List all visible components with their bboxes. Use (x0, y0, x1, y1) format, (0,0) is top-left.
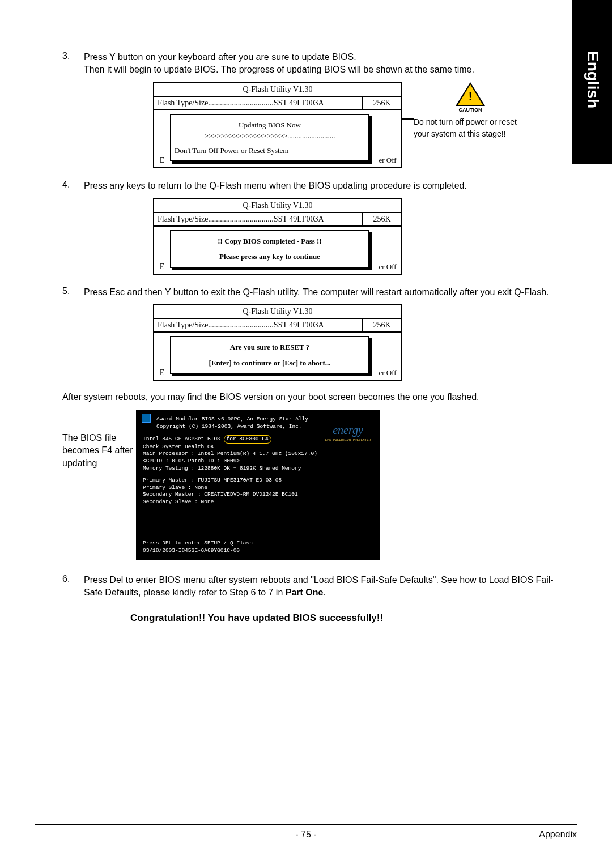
flash-size-text: 256K (362, 97, 401, 109)
bios-line-3: Main Processor : Intel Pentium(R) 4 1.7 … (143, 450, 317, 457)
part-one-bold: Part One (286, 588, 324, 597)
step-number: 5. (62, 286, 84, 299)
language-tab: English (572, 0, 612, 164)
footer-section: Appendix (539, 829, 577, 840)
flash-size-text: 256K (362, 319, 401, 331)
warning-line: Don't Turn Off Power or Reset System (175, 145, 365, 156)
step-3: 3. Press Y button on your keyboard after… (62, 51, 561, 76)
step-6: 6. Press Del to enter BIOS menu after sy… (62, 574, 561, 599)
qflash-flash-row: Flash Type/Size.........................… (154, 213, 401, 227)
qflash-off-label: er Off (374, 227, 401, 274)
step-3-line1: Press Y button on your keyboard after yo… (84, 52, 356, 62)
qflash-off-label: er Off (374, 333, 401, 380)
enter-esc-line: [Enter] to continure or [Esc] to abort..… (175, 358, 365, 369)
bios-bottom-2: 03/18/2003-I845GE-6A69YG01C-00 (143, 547, 240, 554)
caution-label: CAUTION (414, 107, 527, 113)
reset-question-line: Are you sure to RESET ? (175, 342, 365, 353)
qflash-title: Q-Flash Utility V1.30 (154, 199, 401, 213)
page-number: - 75 - (295, 829, 316, 840)
page-footer: - 75 - Appendix (35, 824, 577, 840)
qflash-flash-row: Flash Type/Size.........................… (154, 319, 401, 333)
energy-text: energy (324, 423, 372, 438)
caution-text: Do not turn off power or reset your syst… (414, 116, 527, 140)
qflash-body: E Updating BIOS Now >>>>>>>>>>>>>>>>>>>>… (154, 110, 401, 168)
qflash-body: E Are you sure to RESET ? [Enter] to con… (154, 333, 401, 380)
qflash-box-2: Q-Flash Utility V1.30 Flash Type/Size...… (153, 198, 402, 275)
qflash-box-3: Q-Flash Utility V1.30 Flash Type/Size...… (153, 304, 402, 381)
updating-line: Updating BIOS Now (175, 120, 365, 131)
step-text: Press Del to enter BIOS menu after syste… (84, 574, 561, 599)
caution-box: ! CAUTION Do not turn off power or reset… (414, 82, 527, 140)
step-5: 5. Press Esc and then Y button to exit t… (62, 286, 561, 299)
caution-icon: ! (456, 82, 485, 106)
step-text: Press Y button on your keyboard after yo… (84, 51, 561, 76)
bios-line-6: Primary Master : FUJITSU MPE3170AT ED-03… (143, 477, 282, 483)
bios-line-2: Check System Health OK (143, 444, 214, 450)
bios-note-text: The BIOS file becomes F4 after updating (62, 410, 136, 470)
bios-screenshot-wrap: The BIOS file becomes F4 after updating … (62, 410, 561, 560)
flash-type-text: Flash Type/Size.........................… (154, 319, 362, 331)
qflash-e-label: E (154, 227, 170, 274)
step3-figure-wrap: Q-Flash Utility V1.30 Flash Type/Size...… (62, 82, 561, 169)
step-text: Press Esc and then Y button to exit the … (84, 286, 561, 299)
step-number: 4. (62, 180, 84, 192)
qflash-off-label: er Off (374, 110, 401, 168)
qflash-body: E !! Copy BIOS completed - Pass !! Pleas… (154, 227, 401, 274)
page-content: 3. Press Y button on your keyboard after… (62, 51, 561, 624)
bios-line-4: <CPUID : 0F0A Patch ID : 0009> (143, 458, 240, 464)
progress-line: >>>>>>>>>>>>>>>>>>>>....................… (175, 130, 365, 142)
qflash-e-label: E (154, 110, 170, 168)
bios-line-5: Memory Testing : 122880K OK + 8192K Shar… (143, 465, 301, 471)
bios-line-7: Primary Slave : None (143, 484, 207, 491)
flash-type-text: Flash Type/Size.........................… (154, 213, 362, 225)
energy-sub-text: EPA POLLUTION PREVENTER (324, 438, 372, 442)
bios-block-2: Primary Master : FUJITSU MPE3170AT ED-03… (143, 477, 374, 506)
qflash-inner-3: Are you sure to RESET ? [Enter] to conti… (170, 336, 369, 374)
step-3-line2: Then it will begin to update BIOS. The p… (84, 65, 474, 74)
qflash-box-1: Q-Flash Utility V1.30 Flash Type/Size...… (153, 82, 402, 169)
bios-version-highlight: for 8GE800 F4 (224, 435, 271, 444)
qflash-inner-2: !! Copy BIOS completed - Pass !! Please … (170, 230, 369, 268)
step-text: Press any keys to return to the Q-Flash … (84, 180, 561, 192)
step-4: 4. Press any keys to return to the Q-Fla… (62, 180, 561, 192)
energy-star-logo: energy EPA POLLUTION PREVENTER (324, 423, 372, 442)
flash-size-text: 256K (362, 213, 401, 225)
bios-line-8: Secondary Master : CREATIVEDVD-RM DVD124… (143, 491, 298, 497)
congratulations-text: Congratulation!! You have updated BIOS s… (130, 612, 561, 624)
bios-line-9: Secondary Slave : None (143, 499, 214, 505)
qflash-title: Q-Flash Utility V1.30 (154, 83, 401, 97)
copy-complete-line: !! Copy BIOS completed - Pass !! (175, 236, 365, 247)
qflash-title: Q-Flash Utility V1.30 (154, 305, 401, 319)
bios-boot-screen: Award Modular BIOS v6.00PG, An Energy St… (136, 410, 380, 560)
bios-bottom: Press DEL to enter SETUP / Q-Flash 03/18… (143, 540, 374, 555)
bios-bottom-1: Press DEL to enter SETUP / Q-Flash (143, 540, 253, 546)
after-reboot-text: After system reboots, you may find the B… (62, 392, 561, 402)
flash-type-text: Flash Type/Size.........................… (154, 97, 362, 109)
award-logo-icon (142, 414, 151, 423)
qflash-flash-row: Flash Type/Size.........................… (154, 97, 401, 110)
step-number: 6. (62, 574, 84, 599)
press-key-line: Please press any key to continue (175, 251, 365, 262)
step-number: 3. (62, 51, 84, 76)
connector-line (402, 118, 414, 120)
bios-header-1: Award Modular BIOS v6.00PG, An Energy St… (156, 416, 374, 423)
qflash-e-label: E (154, 333, 170, 380)
bios-line-1a: Intel 845 GE AGPSet BIOS (143, 436, 224, 442)
qflash-inner-1: Updating BIOS Now >>>>>>>>>>>>>>>>>>>>..… (170, 114, 369, 162)
step-6-period: . (323, 588, 325, 597)
